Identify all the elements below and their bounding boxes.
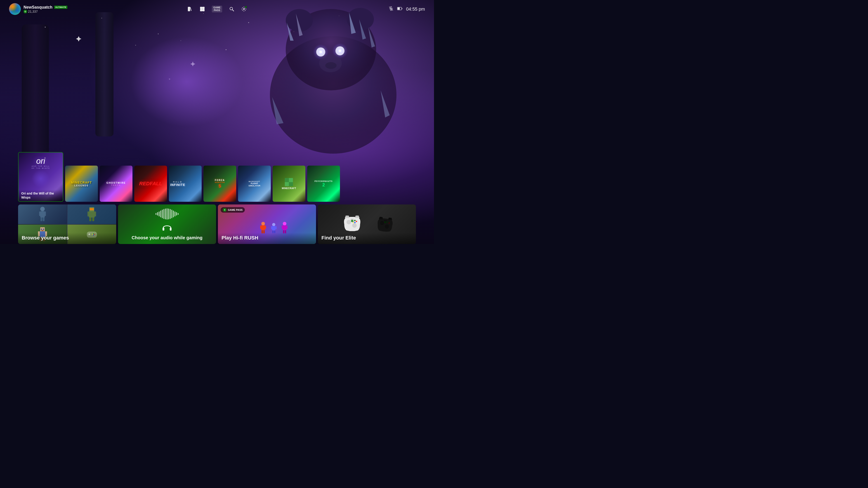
- game-tile-flightsim[interactable]: MICROSOFT FLIGHT SIMULATOR: [238, 166, 271, 202]
- svg-point-80: [261, 222, 265, 225]
- wave-bar: [168, 208, 169, 219]
- user-details: NewSasquatch ULTIMATE G 21,337: [24, 5, 67, 13]
- psychonauts-art: PSYCHONAUTS 2: [307, 166, 340, 202]
- svg-rect-88: [271, 226, 272, 229]
- browse-label: Browse your games: [18, 233, 116, 244]
- ori-title: Ori and the Will of the Wisps: [19, 190, 63, 201]
- svg-rect-111: [345, 216, 349, 217]
- ori-glow: [32, 170, 50, 188]
- svg-rect-93: [283, 225, 286, 230]
- wave-bar: [173, 210, 174, 217]
- redfall-art: REDFALL: [134, 166, 167, 202]
- minecraft-art: MINECRAFT: [273, 166, 305, 202]
- svg-rect-53: [44, 212, 46, 216]
- game-tile-ori[interactable]: ori and the will of the wisps Ori and th…: [18, 152, 63, 202]
- master-chief-figure: [86, 206, 97, 222]
- svg-point-99: [346, 220, 351, 224]
- time-display: 04:55 pm: [406, 6, 425, 12]
- bottom-tiles: Browse your games: [0, 204, 434, 244]
- tile-hifi-rush[interactable]: GAME PASS Play Hi-fi RUSH: [218, 204, 316, 244]
- svg-rect-38: [200, 9, 202, 11]
- username-row: NewSasquatch ULTIMATE: [24, 5, 67, 10]
- svg-point-100: [352, 223, 357, 228]
- svg-rect-35: [189, 7, 190, 11]
- gamepass-label: GAMEPASS: [212, 6, 222, 12]
- svg-rect-34: [188, 7, 189, 11]
- spacer: [0, 18, 434, 152]
- header: NewSasquatch ULTIMATE G 21,337: [0, 0, 434, 18]
- svg-rect-51: [40, 211, 45, 218]
- svg-rect-52: [39, 212, 40, 216]
- tile-elite[interactable]: Find your Elite: [318, 204, 416, 244]
- svg-point-50: [40, 207, 45, 211]
- svg-rect-48: [398, 7, 400, 9]
- nav-library-button[interactable]: [187, 6, 193, 12]
- avatar[interactable]: [9, 3, 21, 15]
- wave-bar: [160, 210, 161, 217]
- game-tile-legends[interactable]: MINECRAFT LEGENDS: [65, 166, 98, 202]
- party-icon: [199, 6, 205, 12]
- nav-settings-button[interactable]: [241, 6, 247, 12]
- svg-rect-61: [89, 218, 91, 221]
- legends-art: MINECRAFT LEGENDS: [65, 166, 98, 202]
- svg-point-92: [283, 222, 286, 225]
- nav-search-button[interactable]: [229, 6, 235, 12]
- svg-point-105: [352, 222, 354, 223]
- svg-rect-82: [260, 225, 261, 229]
- xbox-logo: [223, 208, 226, 212]
- battery-icon: [397, 6, 403, 12]
- svg-line-41: [232, 10, 234, 11]
- svg-rect-79: [170, 228, 172, 231]
- svg-point-86: [272, 223, 275, 226]
- svg-point-103: [356, 221, 357, 222]
- svg-rect-58: [89, 211, 95, 218]
- svg-rect-65: [43, 229, 44, 230]
- gamerscore: G 21,337: [24, 10, 67, 13]
- wave-bar: [157, 212, 158, 216]
- game-tile-forza[interactable]: FORZA HORIZON 5: [204, 166, 236, 202]
- nav-gamepass-button[interactable]: GAMEPASS: [212, 6, 222, 12]
- hifi-label: Play Hi-fi RUSH: [218, 233, 316, 244]
- game-pass-text: GAME PASS: [228, 208, 243, 211]
- halo-art: HALO INFINITE: [169, 166, 202, 202]
- svg-rect-66: [41, 230, 43, 231]
- svg-rect-62: [92, 218, 94, 221]
- audio-label: Choose your audio while gaming: [131, 235, 202, 240]
- flightsim-art: MICROSOFT FLIGHT SIMULATOR: [238, 166, 271, 202]
- username: NewSasquatch: [24, 5, 53, 10]
- game-tile-minecraft[interactable]: MINECRAFT: [273, 166, 305, 202]
- tile-audio[interactable]: Choose your audio while gaming: [118, 204, 216, 244]
- system-tray: 04:55 pm: [389, 6, 425, 12]
- game-tile-psychonauts[interactable]: PSYCHONAUTS 2: [307, 166, 340, 202]
- tile-browse-games[interactable]: Browse your games: [18, 204, 116, 244]
- wave-bar: [156, 213, 156, 215]
- svg-rect-37: [203, 7, 204, 9]
- nav-party-button[interactable]: [199, 6, 205, 12]
- svg-rect-78: [162, 228, 164, 231]
- wave-bar: [166, 208, 167, 220]
- elite-label: Find your Elite: [318, 233, 416, 244]
- svg-point-102: [354, 220, 355, 221]
- wave-bar: [170, 209, 170, 219]
- game-tile-halo[interactable]: HALO INFINITE: [169, 166, 202, 202]
- gamerscore-value: 21,337: [28, 10, 38, 13]
- svg-rect-94: [282, 225, 283, 229]
- wave-bar: [171, 210, 172, 218]
- svg-rect-83: [265, 225, 266, 229]
- svg-rect-81: [261, 225, 265, 230]
- headphone-icon: [161, 222, 173, 232]
- game-pass-badge: GAME PASS: [221, 207, 245, 213]
- wave-bar: [159, 212, 160, 217]
- svg-rect-57: [90, 208, 94, 210]
- svg-rect-59: [88, 212, 89, 217]
- wave-bar: [163, 209, 164, 219]
- svg-rect-36: [200, 7, 202, 9]
- wave-bar: [165, 208, 166, 219]
- search-icon: [229, 6, 235, 12]
- svg-rect-39: [203, 9, 204, 11]
- game-tile-ghostwire[interactable]: GHOSTWIRE TOKYO: [100, 166, 132, 202]
- ori-logo: ori and the will of the wisps: [30, 157, 52, 169]
- svg-point-42: [243, 8, 245, 10]
- game-tile-redfall[interactable]: REDFALL: [134, 166, 167, 202]
- svg-rect-54: [40, 218, 42, 221]
